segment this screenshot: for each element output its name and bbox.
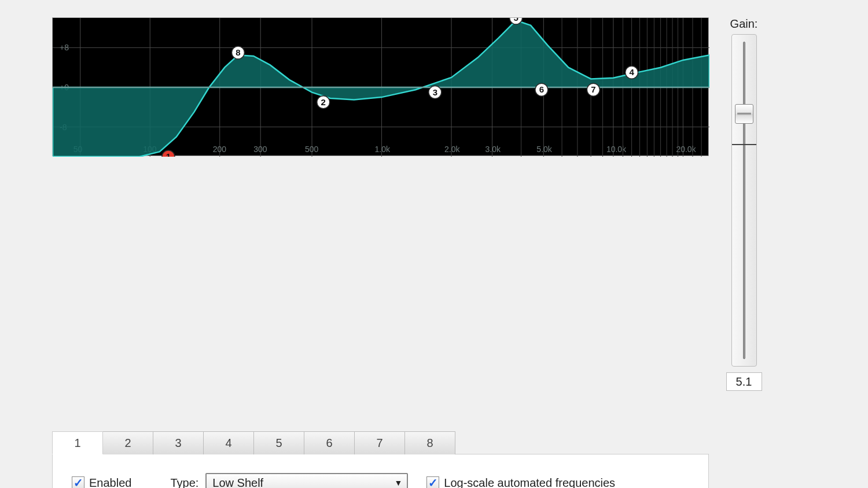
gain-slider-thumb[interactable] [735,104,753,124]
dropdown-arrow-icon: ▼ [394,478,402,487]
svg-text:7: 7 [591,84,595,94]
gain-value[interactable]: 5.1 [726,372,762,391]
svg-text:2.0k: 2.0k [444,145,460,154]
svg-text:3: 3 [433,87,437,97]
band-tab-4[interactable]: 4 [203,431,254,454]
gain-label: Gain: [730,17,758,31]
band-tab-7[interactable]: 7 [354,431,405,454]
svg-text:300: 300 [253,145,267,154]
svg-text:6: 6 [539,84,544,94]
svg-text:5.0k: 5.0k [536,145,552,154]
type-label: Type: [170,476,198,489]
svg-text:8: 8 [236,47,240,57]
svg-text:200: 200 [213,145,227,154]
enabled-checkbox[interactable] [72,476,84,488]
band-tab-1[interactable]: 1 [52,431,103,454]
band-tab-bar: 12345678 [52,431,848,454]
enabled-label: Enabled [89,476,131,489]
svg-text:3.0k: 3.0k [486,145,501,154]
svg-text:1: 1 [166,151,171,157]
svg-text:5: 5 [513,18,518,23]
logscale-checkbox[interactable] [426,476,439,488]
svg-text:2: 2 [321,97,326,107]
band-tab-2[interactable]: 2 [102,431,153,454]
type-value: Low Shelf [212,476,263,489]
svg-text:4: 4 [629,67,634,77]
band-tab-5[interactable]: 5 [253,431,304,454]
svg-text:20.0k: 20.0k [676,145,696,154]
band-panel: Enabled Type: Low Shelf ▼ Log-scale auto… [52,454,709,488]
svg-text:500: 500 [305,145,319,154]
svg-text:+8: +8 [60,43,69,52]
band-tab-8[interactable]: 8 [404,431,455,454]
eq-graph[interactable]: -8+0+8501002003005001.0k2.0k3.0k5.0k10.0… [52,17,709,156]
gain-slider[interactable] [731,34,757,367]
svg-text:1.0k: 1.0k [375,145,391,154]
band-tab-3[interactable]: 3 [153,431,204,454]
type-select[interactable]: Low Shelf ▼ [205,473,408,488]
svg-text:10.0k: 10.0k [606,145,627,154]
band-tab-6[interactable]: 6 [304,431,355,454]
logscale-label: Log-scale automated frequencies [444,476,615,489]
